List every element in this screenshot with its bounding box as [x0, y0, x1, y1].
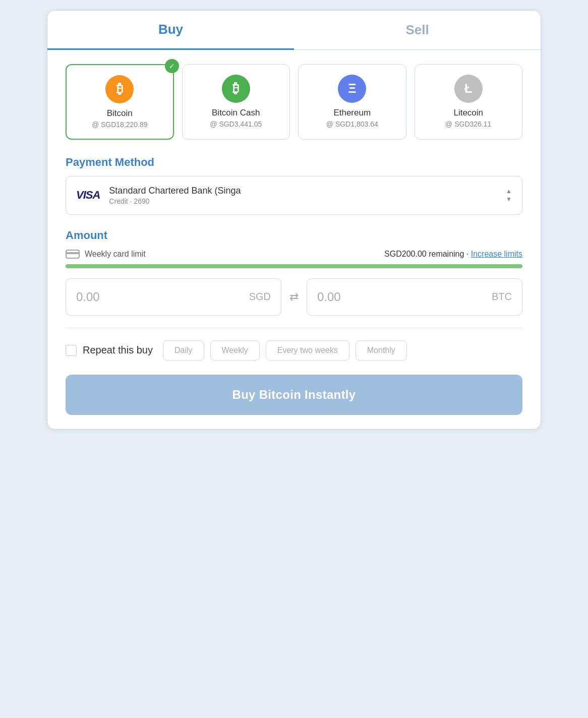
btc-value: 0.00 — [317, 290, 341, 304]
crypto-card-btc[interactable]: ✓ ₿ Bitcoin @ SGD18,220.89 — [66, 64, 174, 140]
freq-weekly[interactable]: Weekly — [210, 340, 260, 361]
chevron-updown-icon: ▲ ▼ — [506, 188, 512, 203]
limit-remaining: SGD200.00 remaining — [384, 250, 464, 258]
limit-row: Weekly card limit SGD200.00 remaining · … — [66, 249, 522, 259]
freq-daily[interactable]: Daily — [163, 340, 204, 361]
crypto-card-eth[interactable]: Ξ Ethereum @ SGD1,803.64 — [298, 64, 406, 140]
freq-every-two-weeks[interactable]: Every two weeks — [266, 340, 349, 361]
sgd-value: 0.00 — [76, 290, 100, 304]
visa-logo: VISA — [76, 189, 100, 202]
selected-checkmark: ✓ — [165, 59, 179, 73]
divider — [66, 328, 522, 328]
swap-icon[interactable]: ⇄ — [289, 290, 299, 304]
limit-left: Weekly card limit — [66, 249, 146, 259]
bank-name: Standard Chartered Bank (Singa — [109, 186, 241, 196]
amount-input-row: 0.00 SGD ⇄ 0.00 BTC — [66, 278, 522, 316]
limit-right: SGD200.00 remaining · Increase limits — [384, 250, 522, 259]
card-info: Credit · 2690 — [109, 197, 241, 205]
btc-price: @ SGD18,220.89 — [75, 121, 165, 129]
buy-button[interactable]: Buy Bitcoin Instantly — [66, 375, 522, 415]
crypto-selector: ✓ ₿ Bitcoin @ SGD18,220.89 ₿ Bitcoin Cas… — [66, 64, 522, 140]
bch-icon: ₿ — [222, 75, 250, 103]
amount-label: Amount — [66, 229, 522, 242]
ltc-price: @ SGD326.11 — [423, 120, 514, 128]
limit-progress-bar — [66, 264, 522, 268]
credit-card-icon — [66, 249, 80, 259]
main-content: ✓ ₿ Bitcoin @ SGD18,220.89 ₿ Bitcoin Cas… — [47, 50, 541, 429]
payment-info: Standard Chartered Bank (Singa Credit · … — [109, 186, 241, 205]
eth-price: @ SGD1,803.64 — [307, 120, 398, 128]
payment-method-selector[interactable]: VISA Standard Chartered Bank (Singa Cred… — [66, 176, 522, 215]
main-card: Buy Sell ✓ ₿ Bitcoin @ SGD18,220.89 ₿ Bi… — [47, 10, 541, 430]
ltc-icon: Ł — [454, 75, 483, 103]
sgd-input-box[interactable]: 0.00 SGD — [66, 278, 281, 316]
btc-name: Bitcoin — [75, 108, 165, 118]
payment-method-label: Payment Method — [66, 156, 522, 169]
btc-icon: ₿ — [105, 75, 134, 103]
eth-name: Ethereum — [307, 108, 398, 118]
freq-monthly[interactable]: Monthly — [356, 340, 407, 361]
eth-icon: Ξ — [338, 75, 366, 103]
ltc-name: Litecoin — [423, 108, 514, 118]
tab-bar: Buy Sell — [47, 11, 541, 50]
limit-separator: · — [466, 250, 471, 258]
limit-progress-fill — [66, 264, 522, 268]
tab-buy[interactable]: Buy — [47, 11, 294, 50]
tab-sell[interactable]: Sell — [294, 11, 541, 49]
repeat-checkbox[interactable] — [66, 345, 77, 356]
payment-left: VISA Standard Chartered Bank (Singa Cred… — [76, 186, 241, 205]
sgd-currency: SGD — [249, 291, 271, 303]
btc-input-box[interactable]: 0.00 BTC — [307, 278, 522, 316]
crypto-card-bch[interactable]: ₿ Bitcoin Cash @ SGD3,441.05 — [182, 64, 290, 140]
frequency-buttons: Daily Weekly Every two weeks Monthly — [163, 340, 407, 361]
limit-label: Weekly card limit — [85, 250, 146, 259]
increase-limits-link[interactable]: Increase limits — [471, 250, 522, 258]
repeat-row: Repeat this buy Daily Weekly Every two w… — [66, 340, 522, 361]
svg-rect-1 — [66, 252, 79, 254]
bch-price: @ SGD3,441.05 — [191, 120, 282, 128]
bch-name: Bitcoin Cash — [191, 108, 282, 118]
repeat-checkbox-wrap: Repeat this buy — [66, 344, 153, 356]
repeat-label: Repeat this buy — [83, 344, 153, 356]
crypto-card-ltc[interactable]: Ł Litecoin @ SGD326.11 — [415, 64, 523, 140]
btc-currency: BTC — [492, 291, 512, 303]
